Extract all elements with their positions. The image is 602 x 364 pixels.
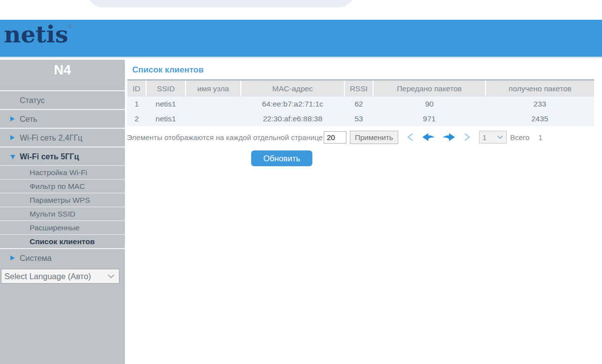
chevron-down-icon xyxy=(107,274,115,279)
sidebar-item-mac-filter[interactable]: Фильтр по MAC xyxy=(0,179,125,193)
page-size-input[interactable] xyxy=(324,131,346,144)
cell-ssid: netis1 xyxy=(146,97,186,111)
page-size-label: Элементы отображаются на каждой отдельно… xyxy=(127,133,323,142)
sidebar-item-wifi-24ghz[interactable]: Wi-Fi сеть 2,4ГГц xyxy=(0,128,125,146)
sidebar-item-label: Сеть xyxy=(20,115,38,123)
sidebar-item-wifi-5ghz[interactable]: Wi-Fi сеть 5ГГц xyxy=(0,146,125,165)
chevron-left-icon[interactable] xyxy=(406,133,414,142)
browser-remnant-shape xyxy=(86,0,355,7)
cell-tx-packets: 90 xyxy=(373,97,486,111)
chevron-right-icon[interactable] xyxy=(463,133,471,142)
arrow-right-icon[interactable] xyxy=(443,133,455,141)
model-name: N4 xyxy=(0,60,125,90)
page-number-select[interactable]: 1 xyxy=(479,131,507,144)
sidebar-menu: Статус Сеть Wi-Fi сеть 2,4ГГц Wi-Fi сеть… xyxy=(0,90,125,267)
logo-text: netis xyxy=(4,21,68,48)
column-header-rssi: RSSI xyxy=(344,80,373,97)
column-header-mac: MAC-адрес xyxy=(241,80,344,97)
column-header-hostname: имя узла xyxy=(186,80,241,97)
language-select[interactable]: Select Language (Авто) xyxy=(1,269,119,284)
arrow-right-icon xyxy=(10,116,15,121)
cell-id: 2 xyxy=(127,111,146,126)
cell-ssid: netis1 xyxy=(146,111,186,126)
refresh-button[interactable]: Обновить xyxy=(251,150,312,166)
language-select-value: Select Language (Авто) xyxy=(4,272,91,281)
cell-rssi: 62 xyxy=(344,97,373,111)
client-table: ID SSID имя узла MAC-адрес RSSI Передано… xyxy=(127,80,594,126)
registered-mark: ® xyxy=(68,24,72,30)
sidebar-item-label: Wi-Fi сеть 5ГГц xyxy=(20,152,79,161)
sidebar-item-label: Система xyxy=(20,254,51,262)
column-header-rx-packets: получено пакетов xyxy=(486,80,594,97)
sidebar-item-client-list[interactable]: Список клиентов xyxy=(0,234,125,248)
total-pages-label: Всего xyxy=(510,133,529,142)
cell-hostname xyxy=(186,111,241,126)
chevron-down-icon xyxy=(497,135,503,139)
arrow-down-icon xyxy=(10,155,15,159)
arrow-left-icon[interactable] xyxy=(422,133,435,141)
page-number-value: 1 xyxy=(483,133,487,142)
apply-button[interactable]: Применить xyxy=(350,131,398,144)
cell-hostname xyxy=(186,97,241,111)
cell-mac: 22:30:af:e6:88:38 xyxy=(241,111,344,126)
table-header-row: ID SSID имя узла MAC-адрес RSSI Передано… xyxy=(127,80,594,97)
sidebar: N4 Статус Сеть Wi-Fi сеть 2,4ГГц Wi-Fi с… xyxy=(0,60,125,364)
sidebar-item-network[interactable]: Сеть xyxy=(0,109,125,128)
netis-logo: netis® xyxy=(4,21,72,48)
column-header-ssid: SSID xyxy=(146,80,186,97)
sidebar-item-wps[interactable]: Параметры WPS xyxy=(0,193,125,207)
arrow-right-icon xyxy=(10,255,15,260)
total-pages-value: 1 xyxy=(538,133,542,142)
column-header-id: ID xyxy=(127,80,146,97)
sidebar-item-system[interactable]: Система xyxy=(0,248,125,267)
cell-rx-packets: 2435 xyxy=(486,111,594,126)
sidebar-item-status[interactable]: Статус xyxy=(0,90,125,109)
sidebar-item-label: Wi-Fi сеть 2,4ГГц xyxy=(20,134,82,142)
pagination-bar: Элементы отображаются на каждой отдельно… xyxy=(127,127,602,147)
cell-tx-packets: 971 xyxy=(373,111,486,126)
table-row: 2 netis1 22:30:af:e6:88:38 53 971 2435 xyxy=(127,111,594,126)
page-title: Список клиентов xyxy=(132,65,602,75)
column-header-tx-packets: Передано пакетов xyxy=(373,80,486,97)
main-content: Список клиентов ID SSID имя узла MAC-адр… xyxy=(125,60,602,166)
cell-rssi: 53 xyxy=(344,111,373,126)
sidebar-item-multi-ssid[interactable]: Мульти SSID xyxy=(0,207,125,220)
sidebar-item-advanced[interactable]: Расширенные xyxy=(0,220,125,234)
sidebar-item-wifi-setup[interactable]: Настройка Wi-Fi xyxy=(0,165,125,179)
table-row: 1 netis1 64:ee:b7:a2:71:1c 62 90 233 xyxy=(127,97,594,111)
cell-id: 1 xyxy=(127,97,146,111)
cell-rx-packets: 233 xyxy=(486,97,594,111)
cell-mac: 64:ee:b7:a2:71:1c xyxy=(241,97,344,111)
arrow-right-icon xyxy=(10,135,15,140)
brand-header: netis® xyxy=(0,20,602,58)
